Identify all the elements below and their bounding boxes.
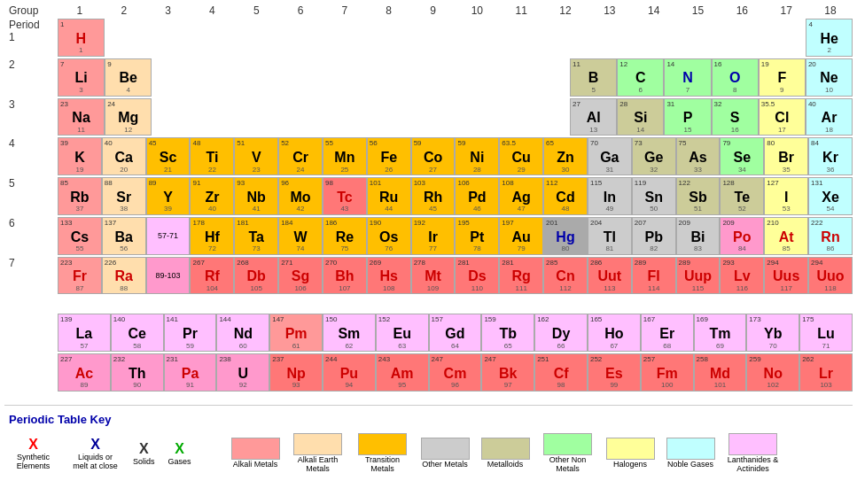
element-Pu[interactable]: 244 Pu 94 [323, 353, 376, 392]
element-Uut[interactable]: 286 Uut 113 [588, 257, 632, 295]
element-Cd[interactable]: 112 Cd 48 [543, 177, 588, 215]
element-Rh[interactable]: 103 Rh 45 [411, 177, 456, 215]
element-Tb[interactable]: 159 Tb 65 [481, 314, 534, 352]
element-Co[interactable]: 59 Co 27 [411, 137, 456, 175]
element-Fm[interactable]: 257 Fm 100 [641, 353, 694, 392]
element-Mg[interactable]: 24 Mg 12 [105, 98, 152, 136]
element-Nd[interactable]: 144 Nd 60 [216, 314, 269, 352]
element-Ra[interactable]: 226 Ra 88 [102, 257, 146, 295]
element-Ca[interactable]: 40 Ca 20 [102, 137, 146, 175]
element-Tl[interactable]: 204 Tl 81 [588, 217, 632, 255]
element-Pd[interactable]: 106 Pd 46 [455, 177, 499, 215]
element-Gd[interactable]: 157 Gd 64 [429, 314, 482, 352]
element-Ar[interactable]: 40 Ar 18 [806, 98, 853, 136]
element-Tm[interactable]: 169 Tm 69 [694, 314, 747, 352]
element-Ga[interactable]: 70 Ga 31 [588, 137, 632, 175]
element-Cn[interactable]: 285 Cn 112 [543, 257, 588, 295]
element-He[interactable]: 4 He 2 [806, 19, 853, 57]
element-V[interactable]: 51 V 23 [234, 137, 278, 175]
element-Ti[interactable]: 48 Ti 22 [190, 137, 234, 175]
element-Kr[interactable]: 84 Kr 36 [808, 137, 853, 175]
element-Mt[interactable]: 278 Mt 109 [411, 257, 456, 295]
element-Sm[interactable]: 150 Sm 62 [323, 314, 376, 352]
element-Xe[interactable]: 131 Xe 54 [808, 177, 853, 215]
element-Er[interactable]: 167 Er 68 [641, 314, 694, 352]
element-B[interactable]: 11 B 5 [570, 58, 617, 97]
element-Os[interactable]: 190 Os 76 [367, 217, 411, 255]
element-Mn[interactable]: 55 Mn 25 [323, 137, 367, 175]
element-Na[interactable]: 23 Na 11 [58, 98, 105, 136]
element-Ag[interactable]: 108 Ag 47 [499, 177, 543, 215]
element-Bh[interactable]: 270 Bh 107 [323, 257, 367, 295]
element-Zn[interactable]: 65 Zn 30 [543, 137, 588, 175]
element-Rf[interactable]: 267 Rf 104 [190, 257, 234, 295]
element-P[interactable]: 31 P 15 [664, 98, 711, 136]
element-Cr[interactable]: 52 Cr 24 [278, 137, 323, 175]
element-Au[interactable]: 197 Au 79 [499, 217, 543, 255]
element-I[interactable]: 127 I 53 [764, 177, 808, 215]
element-Si[interactable]: 28 Si 14 [617, 98, 664, 136]
element-Rg[interactable]: 281 Rg 111 [499, 257, 543, 295]
element-Uus[interactable]: 294 Uus 117 [764, 257, 808, 295]
element-Ru[interactable]: 101 Ru 44 [367, 177, 411, 215]
element-Cf[interactable]: 251 Cf 98 [534, 353, 588, 392]
element-Ac[interactable]: 227 Ac 89 [58, 353, 111, 392]
element-C[interactable]: 12 C 6 [617, 58, 664, 97]
element-Po[interactable]: 209 Po 84 [720, 217, 764, 255]
element-Db[interactable]: 268 Db 105 [234, 257, 278, 295]
element-Cu[interactable]: 63.5 Cu 29 [499, 137, 543, 175]
element-Rn[interactable]: 222 Rn 86 [808, 217, 853, 255]
element-Pa[interactable]: 231 Pa 91 [164, 353, 217, 392]
element-Eu[interactable]: 152 Eu 63 [376, 314, 429, 352]
element-Ds[interactable]: 281 Ds 110 [455, 257, 499, 295]
element-Dy[interactable]: 162 Dy 66 [534, 314, 588, 352]
element-Tc[interactable]: 98 Tc 43 [323, 177, 367, 215]
element-N[interactable]: 14 N 7 [664, 58, 711, 97]
element-Be[interactable]: 9 Be 4 [105, 58, 152, 97]
element-Th[interactable]: 232 Th 90 [111, 353, 164, 392]
element-Bk[interactable]: 247 Bk 97 [481, 353, 534, 392]
element-Mo[interactable]: 96 Mo 42 [278, 177, 323, 215]
element-At[interactable]: 210 At 85 [764, 217, 808, 255]
element-Fl[interactable]: 289 Fl 114 [632, 257, 676, 295]
element-Cm[interactable]: 247 Cm 96 [429, 353, 482, 392]
element-Ba[interactable]: 137 Ba 56 [102, 217, 146, 255]
element-Li[interactable]: 7 Li 3 [58, 58, 105, 97]
element-H[interactable]: 1 H 1 [58, 19, 105, 57]
element-Fr[interactable]: 223 Fr 87 [58, 257, 102, 295]
element-La[interactable]: 139 La 57 [58, 314, 111, 352]
element-Hg[interactable]: 201 Hg 80 [543, 217, 588, 255]
element-Pr[interactable]: 141 Pr 59 [164, 314, 217, 352]
element-Ta[interactable]: 181 Ta 73 [234, 217, 278, 255]
element-In[interactable]: 115 In 49 [588, 177, 632, 215]
element-Cl[interactable]: 35.5 Cl 17 [759, 98, 806, 136]
element-S[interactable]: 32 S 16 [712, 98, 759, 136]
element-Lr[interactable]: 262 Lr 103 [799, 353, 853, 392]
element-Pb[interactable]: 207 Pb 82 [632, 217, 676, 255]
element-Te[interactable]: 128 Te 52 [720, 177, 764, 215]
element-Zr[interactable]: 91 Zr 40 [190, 177, 234, 215]
element-Re[interactable]: 186 Re 75 [323, 217, 367, 255]
element-Np[interactable]: 237 Np 93 [269, 353, 323, 392]
element-Al[interactable]: 27 Al 13 [570, 98, 617, 136]
element-F[interactable]: 19 F 9 [759, 58, 806, 97]
element-U[interactable]: 238 U 92 [216, 353, 269, 392]
element-Yb[interactable]: 173 Yb 70 [746, 314, 799, 352]
element-Lu[interactable]: 175 Lu 71 [799, 314, 853, 352]
element-K[interactable]: 39 K 19 [58, 137, 102, 175]
element-Ge[interactable]: 73 Ge 32 [632, 137, 676, 175]
element-Es[interactable]: 252 Es 99 [588, 353, 641, 392]
element-Pm[interactable]: 147 Pm 61 [269, 314, 323, 352]
element-Hs[interactable]: 269 Hs 108 [367, 257, 411, 295]
element-Ho[interactable]: 165 Ho 67 [588, 314, 641, 352]
element-Cs[interactable]: 133 Cs 55 [58, 217, 102, 255]
element-Pt[interactable]: 195 Pt 78 [455, 217, 499, 255]
element-Lv[interactable]: 293 Lv 116 [720, 257, 764, 295]
element-Hf[interactable]: 178 Hf 72 [190, 217, 234, 255]
element-Ce[interactable]: 140 Ce 58 [111, 314, 164, 352]
element-Ni[interactable]: 59 Ni 28 [455, 137, 499, 175]
element-Ne[interactable]: 20 Ne 10 [806, 58, 853, 97]
element-Nb[interactable]: 93 Nb 41 [234, 177, 278, 215]
element-Ir[interactable]: 192 Ir 77 [411, 217, 456, 255]
element-Am[interactable]: 243 Am 95 [376, 353, 429, 392]
